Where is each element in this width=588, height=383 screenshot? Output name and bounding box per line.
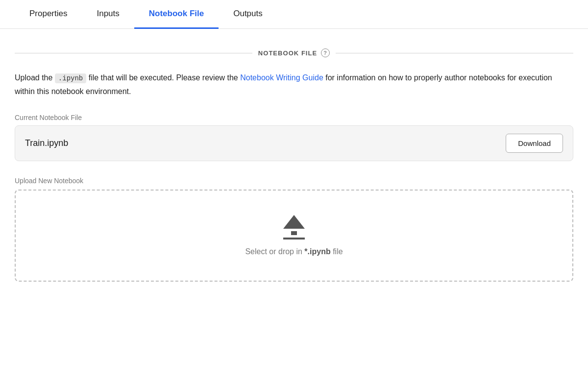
current-file-box: Train.ipynb Download [15,125,573,161]
upload-label: Upload New Notebook [15,177,573,185]
tab-notebook-file[interactable]: Notebook File [134,0,219,29]
upload-arrow [283,215,305,229]
help-icon[interactable]: ? [321,48,330,57]
current-file-label: Current Notebook File [15,114,573,121]
tab-outputs[interactable]: Outputs [219,0,277,29]
code-inline: .ipynb [55,73,86,83]
upload-dropzone[interactable]: Select or drop in *.ipynb file [15,190,573,282]
drop-text-strong: *.ipynb [304,247,330,256]
divider-line-left [15,53,252,53]
tab-inputs[interactable]: Inputs [82,0,134,29]
tabs-bar: Properties Inputs Notebook File Outputs [0,0,588,29]
upload-drop-text: Select or drop in *.ipynb file [245,247,343,256]
tab-properties[interactable]: Properties [15,0,82,29]
description-text: Upload the .ipynb file that will be exec… [15,71,573,98]
content-area: NOTEBOOK FILE ? Upload the .ipynb file t… [0,29,588,296]
section-title: NOTEBOOK FILE [258,49,317,57]
current-filename: Train.ipynb [25,138,68,148]
divider-line-right [336,53,573,53]
description-middle: file that will be executed. Please revie… [86,73,240,82]
drop-text-suffix: file [331,247,343,256]
upload-icon [283,215,305,239]
download-button[interactable]: Download [506,134,563,153]
section-divider: NOTEBOOK FILE ? [15,48,573,57]
upload-base [283,238,305,239]
drop-text-prefix: Select or drop in [245,247,304,256]
section-label: NOTEBOOK FILE ? [258,48,330,57]
upload-stem [291,231,297,235]
notebook-writing-guide-link[interactable]: Notebook Writing Guide [240,73,323,82]
description-prefix: Upload the [15,73,55,82]
